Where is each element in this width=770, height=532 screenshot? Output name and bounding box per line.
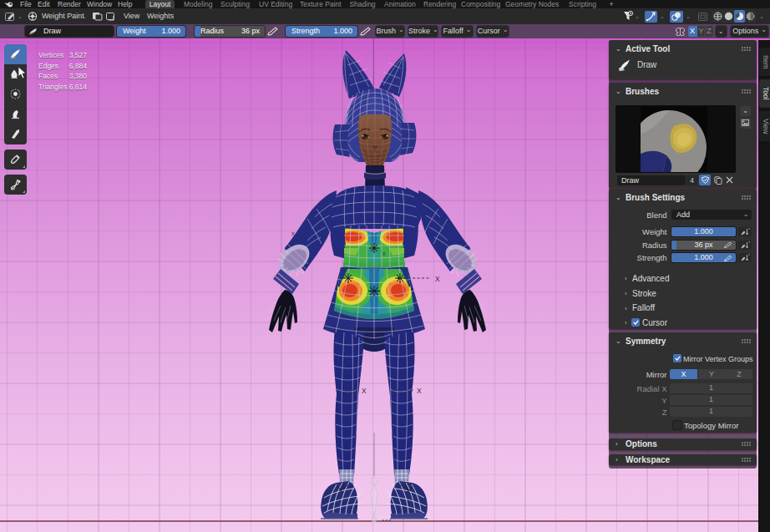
svg-text:X: X <box>417 387 422 395</box>
svg-text:x: x <box>291 230 295 237</box>
svg-text:X: X <box>435 275 440 283</box>
svg-text:x: x <box>382 250 386 257</box>
svg-text:X: X <box>362 387 367 395</box>
